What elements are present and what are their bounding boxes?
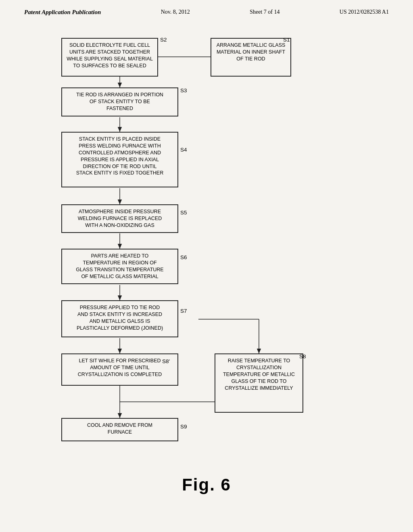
s4-box: STACK ENTITY IS PLACED INSIDE PRESS WELD…	[61, 132, 178, 187]
s3-label: S3	[180, 87, 187, 94]
s7-box: PRESSURE APPLIED TO TIE ROD AND STACK EN…	[61, 300, 178, 337]
s8p-text: LET SIT WHILE FOR PRESCRIBED AMOUNT OF T…	[78, 358, 162, 377]
s1-box: ARRANGE METALLIC GLASS MATERIAL ON INNER…	[211, 38, 291, 77]
s2-box: SOLID ELECTROLYTE FUEL CELL UNITS ARE ST…	[61, 38, 158, 77]
s2-text: SOLID ELECTROLYTE FUEL CELL UNITS ARE ST…	[67, 42, 153, 69]
s2-label: S2	[160, 37, 167, 43]
s1-text: ARRANGE METALLIC GLASS MATERIAL ON INNER…	[217, 42, 286, 62]
diagram-area: ARRANGE METALLIC GLASS MATERIAL ON INNER…	[41, 28, 372, 495]
header-sheet: Sheet 7 of 14	[250, 9, 280, 16]
s8-box: RAISE TEMPERATURE TO CRYSTALLIZATION TEM…	[215, 353, 303, 413]
s5-box: ATMOSPHERE INSIDE PRESSURE WELDING FURNA…	[61, 204, 178, 233]
s1-label: S1	[283, 37, 290, 43]
s7-label: S7	[180, 308, 187, 314]
header-patent: US 2012/0282538 A1	[340, 9, 389, 16]
s4-label: S4	[180, 147, 187, 153]
s5-label: S5	[180, 210, 187, 216]
s7-text: PRESSURE APPLIED TO TIE ROD AND STACK EN…	[77, 305, 163, 331]
s3-text: TIE ROD IS ARRANGED IN PORTION OF STACK …	[76, 92, 163, 111]
s8p-box: LET SIT WHILE FOR PRESCRIBED AMOUNT OF T…	[61, 353, 178, 386]
header-left: Patent Application Publication	[24, 9, 101, 16]
s8-text: RAISE TEMPERATURE TO CRYSTALLIZATION TEM…	[223, 358, 295, 391]
s8p-label: S8'	[162, 358, 170, 364]
s5-text: ATMOSPHERE INSIDE PRESSURE WELDING FURNA…	[78, 209, 162, 228]
s6-text: PARTS ARE HEATED TO TEMPERATURE IN REGIO…	[76, 253, 163, 279]
page: Patent Application Publication Nov. 8, 2…	[0, 0, 413, 532]
s9-box: COOL AND REMOVE FROM FURNACE	[61, 418, 178, 441]
header-center: Nov. 8, 2012	[161, 9, 190, 16]
s6-label: S6	[180, 254, 187, 260]
s6-box: PARTS ARE HEATED TO TEMPERATURE IN REGIO…	[61, 249, 178, 284]
s9-text: COOL AND REMOVE FROM FURNACE	[87, 422, 152, 435]
figure-label: Fig. 6	[41, 475, 372, 495]
s8-label: S8	[299, 353, 306, 360]
flow-chart: ARRANGE METALLIC GLASS MATERIAL ON INNER…	[41, 28, 372, 471]
header: Patent Application Publication Nov. 8, 2…	[0, 0, 413, 16]
s3-box: TIE ROD IS ARRANGED IN PORTION OF STACK …	[61, 87, 178, 116]
s4-text: STACK ENTITY IS PLACED INSIDE PRESS WELD…	[76, 136, 163, 176]
s9-label: S9	[180, 424, 187, 430]
